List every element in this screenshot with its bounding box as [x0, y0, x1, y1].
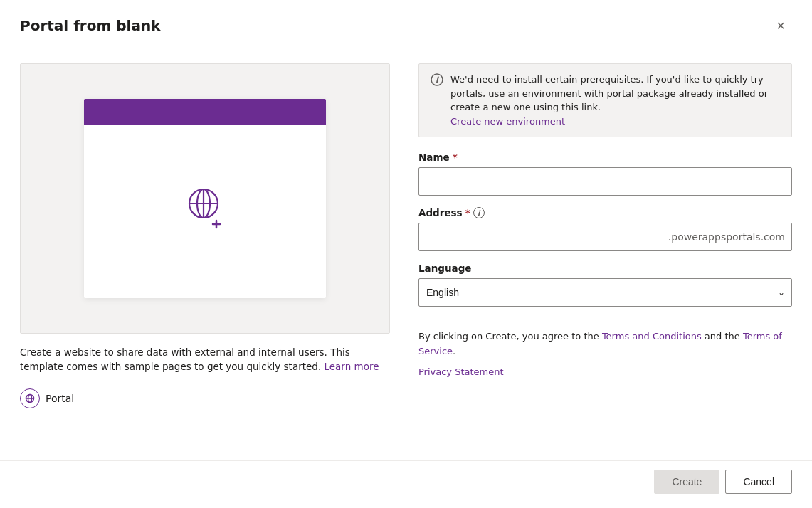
portal-tag-icon	[20, 388, 40, 408]
create-new-environment-link[interactable]: Create new environment	[450, 116, 565, 127]
info-banner-icon: i	[431, 73, 443, 128]
address-info-icon[interactable]: i	[473, 207, 485, 218]
portal-globe-icon	[179, 179, 231, 233]
address-input-wrap: .powerappsportals.com	[418, 223, 792, 251]
dialog-title: Portal from blank	[20, 17, 160, 34]
svg-text:i: i	[436, 75, 439, 85]
name-required: *	[453, 152, 458, 163]
name-field-group: Name *	[418, 152, 792, 196]
preview-description: Create a website to share data with exte…	[20, 345, 390, 374]
name-label: Name *	[418, 152, 792, 163]
name-input[interactable]	[418, 167, 792, 196]
info-banner-text: We'd need to install certain prerequisit…	[450, 73, 780, 128]
right-panel: i We'd need to install certain prerequis…	[418, 63, 792, 446]
language-select-wrap: English French German Spanish Japanese ⌄	[418, 278, 792, 307]
language-field-group: Language English French German Spanish J…	[418, 263, 792, 307]
portal-dialog: Portal from blank ×	[0, 0, 812, 508]
dialog-body: Create a website to share data with exte…	[0, 46, 812, 460]
language-select[interactable]: English French German Spanish Japanese	[418, 278, 792, 307]
language-label: Language	[418, 263, 792, 274]
left-panel: Create a website to share data with exte…	[20, 63, 390, 446]
address-required: *	[465, 207, 470, 218]
address-field-group: Address * i .powerappsportals.com	[418, 207, 792, 251]
info-banner: i We'd need to install certain prerequis…	[418, 63, 792, 137]
preview-inner	[84, 99, 326, 298]
close-button[interactable]: ×	[769, 14, 792, 37]
cancel-button[interactable]: Cancel	[725, 470, 792, 494]
portal-tag: Portal	[20, 388, 390, 408]
preview-bar	[84, 99, 326, 125]
dialog-footer: Create Cancel	[0, 460, 812, 508]
address-input[interactable]	[418, 223, 792, 251]
preview-box	[20, 63, 390, 334]
dialog-header: Portal from blank ×	[0, 0, 812, 46]
privacy-statement-link[interactable]: Privacy Statement	[418, 366, 792, 377]
agreement-text: By clicking on Create, you agree to the …	[418, 329, 792, 359]
portal-tag-label: Portal	[46, 393, 74, 404]
create-button[interactable]: Create	[654, 470, 719, 494]
address-label: Address * i	[418, 207, 792, 218]
learn-more-link[interactable]: Learn more	[325, 361, 379, 372]
terms-conditions-link[interactable]: Terms and Conditions	[602, 331, 702, 342]
